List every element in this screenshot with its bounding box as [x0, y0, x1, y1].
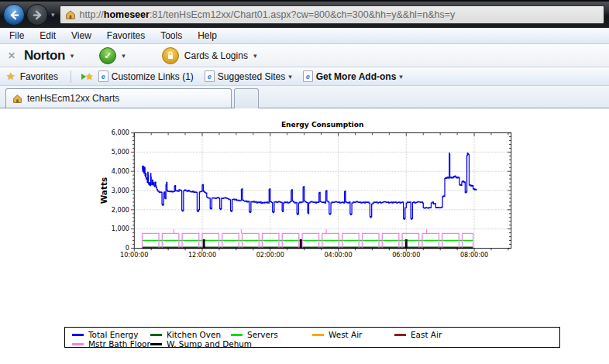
tab-favicon-house-icon	[12, 94, 22, 104]
back-button[interactable]	[3, 4, 25, 26]
webpage-icon: e	[98, 70, 108, 82]
norton-brand-button[interactable]: Norton	[24, 48, 65, 64]
url-path: :81/tenHsEcm12xx/Chart01.aspx?cw=800&ch=…	[150, 9, 455, 20]
favorites-link-suggested-sites[interactable]: e Suggested Sites ▾	[205, 70, 292, 82]
legend-swatch	[150, 334, 162, 336]
lock-icon	[167, 51, 174, 60]
forward-arrow-icon	[32, 9, 43, 21]
favorites-bar: ★ Favorites ★ e Customize Links (1) e Su…	[0, 67, 609, 86]
favorites-button[interactable]: Favorites	[20, 71, 58, 82]
address-bar[interactable]: http://homeseer:81/tenHsEcm12xx/Chart01.…	[60, 5, 604, 24]
legend-swatch	[150, 343, 162, 345]
check-icon: ✓	[104, 50, 112, 61]
y-tick-label: 6,000	[112, 129, 129, 136]
cards-and-logins-caret[interactable]: ▾	[253, 52, 257, 60]
legend-label: W. Sump and Dehum	[167, 339, 252, 349]
legend-item-total-energy: Total Energy	[72, 330, 141, 339]
legend-item-servers: Servers	[231, 330, 280, 339]
y-tick-label: 5,000	[112, 149, 129, 156]
norton-close-icon[interactable]: ✕	[8, 50, 15, 61]
url-host: homeseer	[104, 9, 150, 20]
site-favicon-house-icon	[65, 9, 76, 20]
energy-chart: Energy Consumption Watts 01,0002,0003,00…	[0, 108, 609, 364]
favorites-link-label: Get More Add-ons	[316, 71, 397, 82]
legend-item-east-air: East Air	[394, 330, 443, 339]
favorites-star-icon: ★	[6, 70, 15, 82]
y-axis-title: Watts	[99, 177, 108, 204]
series-mstr-bath-floor	[142, 229, 473, 248]
forward-button[interactable]	[26, 4, 48, 26]
favorites-link-label: Customize Links (1)	[112, 71, 194, 82]
favorites-link-label: Suggested Sites	[218, 71, 285, 82]
chart-legend: Total EnergyKitchen OvenServersWest AirE…	[64, 327, 560, 348]
address-url: http://homeseer:81/tenHsEcm12xx/Chart01.…	[80, 9, 456, 20]
chart-title: Energy Consumption	[281, 121, 364, 129]
url-scheme: http://	[80, 9, 104, 20]
y-tick-label: 2,000	[112, 207, 129, 214]
legend-label: Kitchen Oven	[167, 330, 221, 339]
legend-swatch	[394, 334, 406, 336]
legend-item-w-sump-and-dehum: W. Sump and Dehum	[150, 339, 256, 349]
page-content: Energy Consumption Watts 01,0002,0003,00…	[0, 108, 609, 364]
legend-swatch	[312, 334, 324, 336]
tab-title: tenHsEcm12xx Charts	[27, 93, 119, 104]
suggested-sites-caret: ▾	[288, 73, 292, 81]
norton-safety-status-button[interactable]: ✓	[99, 47, 116, 64]
x-tick-label: 10:00:00	[120, 252, 148, 259]
tab-tenhsecm12xx-charts[interactable]: tenHsEcm12xx Charts	[5, 88, 232, 108]
browser-title-bar: ▾ http://homeseer:81/tenHsEcm12xx/Chart0…	[0, 0, 609, 28]
cards-and-logins-button[interactable]: Cards & Logins	[184, 50, 248, 61]
webpage-icon: e	[205, 70, 215, 82]
history-dropdown-caret[interactable]: ▾	[51, 11, 55, 19]
norton-safety-caret[interactable]: ▾	[122, 52, 126, 60]
y-tick-label: 3,000	[112, 187, 129, 194]
y-tick-label: 0	[126, 245, 129, 252]
get-more-addons-caret: ▾	[399, 73, 403, 81]
x-tick-label: 06:00:00	[392, 252, 420, 259]
favorites-link-get-more-addons[interactable]: e Get More Add-ons ▾	[303, 70, 403, 82]
add-to-favorites-bar-icon[interactable]: ★	[85, 71, 94, 82]
y-tick-label: 1,000	[112, 225, 129, 232]
legend-swatch	[231, 334, 243, 336]
tab-bar: tenHsEcm12xx Charts	[0, 86, 609, 108]
webpage-icon: e	[303, 70, 313, 82]
menu-item-view[interactable]: View	[64, 28, 99, 44]
norton-vault-button[interactable]	[162, 47, 179, 64]
legend-label: Total Energy	[88, 330, 138, 339]
menu-item-tools[interactable]: Tools	[153, 28, 190, 44]
series-total-energy	[142, 153, 477, 220]
legend-item-mstr-bath-floor: Mstr Bath Floor	[72, 339, 153, 349]
x-tick-label: 08:00:00	[460, 252, 488, 259]
browser-window: ▾ http://homeseer:81/tenHsEcm12xx/Chart0…	[0, 0, 609, 364]
legend-label: East Air	[411, 330, 442, 339]
menu-bar: FileEditViewFavoritesToolsHelp	[0, 28, 609, 44]
legend-label: Servers	[247, 330, 278, 339]
x-tick-label: 04:00:00	[324, 252, 352, 259]
menu-item-help[interactable]: Help	[190, 28, 225, 44]
y-tick-label: 4,000	[112, 168, 129, 175]
legend-label: West Air	[329, 330, 362, 339]
menu-item-favorites[interactable]: Favorites	[99, 28, 153, 44]
legend-label: Mstr Bath Floor	[88, 339, 150, 349]
legend-item-kitchen-oven: Kitchen Oven	[150, 330, 224, 339]
new-tab-button[interactable]	[234, 88, 259, 108]
favorites-link-customize-links[interactable]: e Customize Links (1)	[98, 70, 194, 82]
legend-swatch	[72, 343, 84, 345]
menu-item-file[interactable]: File	[2, 28, 32, 44]
norton-toolbar: ✕ Norton ▾ ✓ ▾ Cards & Logins ▾	[0, 44, 609, 67]
menu-item-edit[interactable]: Edit	[32, 28, 64, 44]
norton-menu-caret[interactable]: ▾	[71, 52, 74, 60]
x-tick-label: 12:00:00	[188, 252, 216, 259]
legend-swatch	[72, 334, 84, 336]
back-arrow-icon	[9, 9, 20, 21]
legend-item-west-air: West Air	[312, 330, 364, 339]
x-tick-label: 02:00:00	[256, 252, 284, 259]
favorites-separator	[71, 70, 71, 83]
